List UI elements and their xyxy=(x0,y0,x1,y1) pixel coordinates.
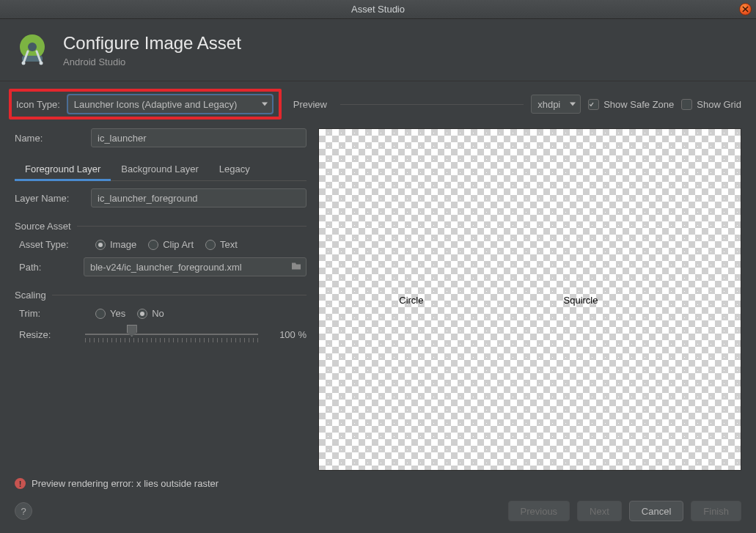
preview-divider xyxy=(340,104,524,105)
name-input[interactable] xyxy=(91,128,307,147)
icon-type-value: Launcher Icons (Adaptive and Legacy) xyxy=(74,99,238,110)
trim-radio-group: Yes No xyxy=(95,308,164,319)
preview-density-dropdown[interactable]: xhdpi xyxy=(531,95,581,114)
radio-icon xyxy=(205,240,216,250)
icon-type-highlight: Icon Type: Launcher Icons (Adaptive and … xyxy=(9,89,282,120)
window-title: Asset Studio xyxy=(351,4,405,15)
preview-shape-circle-label: Circle xyxy=(399,294,423,305)
error-icon: ! xyxy=(15,478,26,489)
preview-canvas: Circle Squircle xyxy=(318,128,741,471)
svg-point-3 xyxy=(22,62,26,65)
previous-button[interactable]: Previous xyxy=(508,501,570,521)
tab-foreground-layer[interactable]: Foreground Layer xyxy=(15,158,111,180)
preview-density-value: xhdpi xyxy=(537,99,560,110)
show-safe-zone-checkbox[interactable]: Show Safe Zone xyxy=(588,99,674,110)
settings-pane: Name: Foreground Layer Background Layer … xyxy=(15,127,307,471)
tab-legacy[interactable]: Legacy xyxy=(209,158,260,180)
asset-type-clipart-radio[interactable]: Clip Art xyxy=(148,239,194,250)
preview-shape-squircle-label: Squircle xyxy=(564,294,598,305)
help-button[interactable]: ? xyxy=(15,502,32,520)
preview-section-label: Preview xyxy=(293,99,327,110)
radio-icon xyxy=(95,309,106,319)
resize-label: Resize: xyxy=(19,329,76,340)
asset-type-label: Asset Type: xyxy=(19,239,88,250)
dialog-header: Configure Image Asset Android Studio xyxy=(0,19,756,81)
browse-folder-icon[interactable] xyxy=(291,262,301,273)
svg-point-2 xyxy=(28,43,37,51)
chevron-down-icon xyxy=(570,103,576,106)
radio-icon xyxy=(95,240,106,250)
checkbox-icon xyxy=(588,99,599,110)
cancel-button[interactable]: Cancel xyxy=(629,501,683,521)
error-text: Preview rendering error: x lies outside … xyxy=(32,478,219,489)
resize-value: 100 % xyxy=(267,329,307,340)
dialog-subtitle: Android Studio xyxy=(63,56,241,67)
checkbox-icon xyxy=(681,99,692,110)
source-asset-title: Source Asset xyxy=(15,221,71,232)
trim-yes-label: Yes xyxy=(110,308,125,319)
layer-name-input[interactable] xyxy=(91,188,307,207)
icon-type-dropdown[interactable]: Launcher Icons (Adaptive and Legacy) xyxy=(67,95,273,114)
preview-pane: Circle Squircle xyxy=(318,127,741,471)
android-studio-logo-icon xyxy=(15,32,50,67)
asset-type-radio-group: Image Clip Art Text xyxy=(95,239,238,250)
icon-type-label: Icon Type: xyxy=(16,99,60,110)
asset-type-text-label: Text xyxy=(220,239,238,250)
top-controls-row: Icon Type: Launcher Icons (Adaptive and … xyxy=(0,81,756,127)
asset-type-image-label: Image xyxy=(110,239,136,250)
layer-name-label: Layer Name: xyxy=(15,193,84,204)
next-button[interactable]: Next xyxy=(577,501,622,521)
show-grid-checkbox[interactable]: Show Grid xyxy=(681,99,741,110)
trim-no-radio[interactable]: No xyxy=(137,308,164,319)
name-label: Name: xyxy=(15,133,84,144)
radio-icon xyxy=(137,309,147,319)
window-close-button[interactable] xyxy=(739,3,752,15)
close-icon xyxy=(742,6,749,12)
button-bar: ? Previous Next Cancel Finish xyxy=(0,501,756,533)
layer-tabs: Foreground Layer Background Layer Legacy xyxy=(15,158,307,181)
source-asset-section: Source Asset xyxy=(15,221,307,232)
error-row: ! Preview rendering error: x lies outsid… xyxy=(0,471,756,501)
titlebar: Asset Studio xyxy=(0,0,756,19)
scaling-title: Scaling xyxy=(15,290,46,301)
radio-icon xyxy=(148,240,158,250)
chevron-down-icon xyxy=(262,103,268,106)
svg-point-4 xyxy=(40,62,43,65)
scaling-section: Scaling xyxy=(15,290,307,301)
tab-background-layer[interactable]: Background Layer xyxy=(111,158,209,180)
show-grid-label: Show Grid xyxy=(697,99,741,110)
trim-no-label: No xyxy=(152,308,164,319)
main-area: Name: Foreground Layer Background Layer … xyxy=(0,127,756,471)
path-value: ble-v24/ic_launcher_foreground.xml xyxy=(90,262,242,273)
dialog-title: Configure Image Asset xyxy=(63,33,241,54)
asset-type-text-radio[interactable]: Text xyxy=(205,239,238,250)
resize-slider[interactable] xyxy=(85,326,258,342)
trim-label: Trim: xyxy=(19,308,88,319)
trim-yes-radio[interactable]: Yes xyxy=(95,308,125,319)
asset-type-image-radio[interactable]: Image xyxy=(95,239,136,250)
path-input[interactable]: ble-v24/ic_launcher_foreground.xml xyxy=(84,257,307,276)
asset-type-clipart-label: Clip Art xyxy=(163,239,194,250)
path-label: Path: xyxy=(19,262,76,273)
show-safe-zone-label: Show Safe Zone xyxy=(603,99,674,110)
finish-button[interactable]: Finish xyxy=(691,501,741,521)
